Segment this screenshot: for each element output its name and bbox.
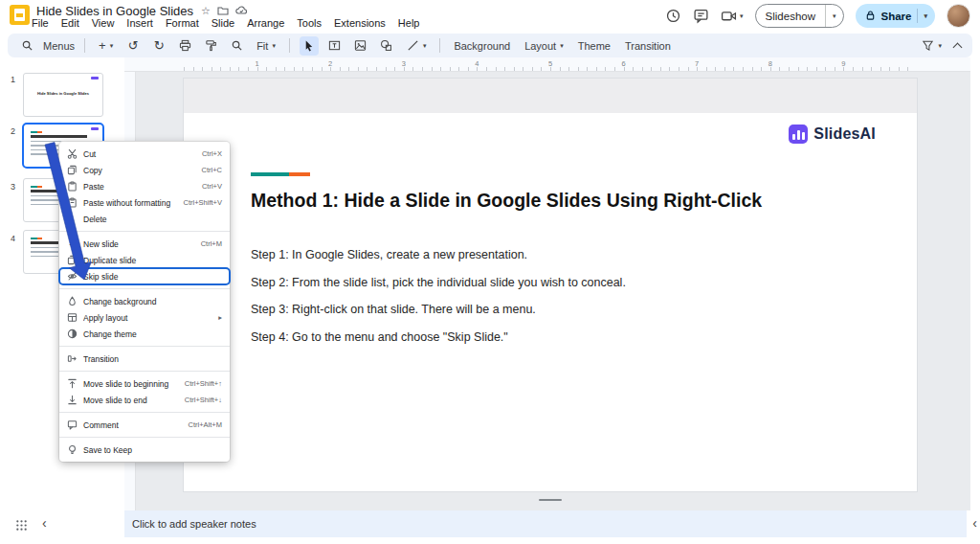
step-3: Step 3: Right-click on that slide. There… (251, 296, 863, 324)
print-icon[interactable] (175, 36, 194, 56)
background-droplet-icon (66, 296, 78, 307)
select-tool-icon[interactable] (300, 36, 319, 56)
slide-number: 2 (0, 126, 15, 136)
share-button[interactable]: Share ▾ (856, 4, 935, 28)
duplicate-icon (66, 255, 78, 266)
menu-item-change-theme[interactable]: Change theme (59, 326, 230, 342)
zoom-select[interactable]: Fit▾ (253, 40, 279, 52)
new-slide-button[interactable]: +▾ (95, 38, 117, 53)
menu-item-change-background[interactable]: Change background (59, 293, 230, 309)
layout-button[interactable]: Layout▾ (521, 40, 568, 52)
collapse-right-icon[interactable]: ‹ (972, 515, 977, 531)
cloud-saved-icon[interactable] (235, 5, 248, 18)
insert-line-icon[interactable]: ▾ (403, 39, 431, 52)
menu-item-cut[interactable]: Cut Ctrl+X (59, 146, 230, 162)
menu-item-delete[interactable]: Delete (59, 211, 230, 227)
menu-item-move-slide-to-beginning[interactable]: Move slide to beginning Ctrl+Shift+↑ (59, 375, 230, 392)
move-to-top-icon (66, 378, 78, 390)
canvas-area: 1 2 3 4 5 6 7 8 9 1 2 3 4 5 SlidesAI Met… (124, 57, 970, 510)
zoom-icon[interactable] (227, 36, 246, 56)
slideshow-button[interactable]: Slideshow ▾ (755, 4, 844, 28)
menu-item-apply-layout[interactable]: Apply layout ▸ (59, 309, 230, 326)
cut-icon (66, 148, 78, 160)
menu-item-comment[interactable]: Comment Ctrl+Alt+M (59, 417, 230, 433)
search-menus-icon[interactable] (17, 36, 36, 56)
slide-steps[interactable]: Step 1: In Google Slides, create a new p… (251, 241, 863, 351)
menu-item-new-slide[interactable]: + New slide Ctrl+M (59, 236, 230, 252)
move-to-bottom-icon (66, 395, 78, 406)
slide-number: 1 (0, 75, 15, 84)
slides-app-icon[interactable] (10, 5, 30, 25)
move-folder-icon[interactable] (217, 5, 229, 18)
slide-editor[interactable]: SlidesAI Method 1: Hide a Slide in Googl… (184, 79, 917, 491)
theme-button[interactable]: Theme (574, 40, 614, 52)
notes-resize-handle[interactable] (539, 499, 562, 501)
undo-icon[interactable]: ↺ (123, 36, 143, 56)
version-history-icon[interactable] (665, 8, 681, 24)
paint-format-icon[interactable] (201, 36, 220, 56)
menu-item-copy[interactable]: Copy Ctrl+C (59, 162, 230, 178)
slide-thumbnail-1[interactable]: Hide Slides in Google Slides (23, 73, 103, 117)
text-box-icon[interactable] (325, 36, 345, 56)
menu-file[interactable]: File (32, 17, 49, 29)
insert-shape-icon[interactable] (377, 36, 396, 56)
menu-format[interactable]: Format (166, 17, 199, 29)
star-icon[interactable]: ☆ (201, 5, 211, 17)
paste-without-formatting-icon (66, 197, 78, 209)
menu-item-paste[interactable]: Paste Ctrl+V (59, 178, 230, 194)
menus-button[interactable]: Menus (43, 40, 75, 52)
plus-icon: + (66, 238, 78, 250)
paste-icon (66, 181, 78, 193)
collapse-filmstrip-icon[interactable]: ‹ (42, 515, 47, 531)
menu-view[interactable]: View (92, 17, 115, 29)
slidesai-logo: SlidesAI (789, 125, 876, 144)
menu-bar: File Edit View Insert Format Slide Arran… (32, 17, 419, 29)
transition-icon (66, 353, 78, 365)
menu-edit[interactable]: Edit (61, 17, 79, 29)
horizontal-ruler: 1 2 3 4 5 6 7 8 9 (124, 57, 970, 72)
menu-insert[interactable]: Insert (126, 17, 153, 29)
accent-divider (251, 172, 310, 176)
slide-number: 4 (0, 234, 15, 243)
speaker-notes-input[interactable]: Click to add speaker notes (124, 510, 967, 537)
comment-history-icon[interactable] (693, 8, 709, 24)
share-dropdown-icon[interactable]: ▾ (924, 12, 927, 20)
menu-item-paste-without-formatting[interactable]: Paste without formatting Ctrl+Shift+V (59, 194, 230, 211)
speaker-notes-placeholder: Click to add speaker notes (132, 518, 256, 530)
caret-down-icon[interactable]: ▾ (740, 12, 744, 20)
background-button[interactable]: Background (450, 40, 514, 52)
menu-item-duplicate-slide[interactable]: Duplicate slide (59, 252, 230, 268)
submenu-arrow-icon: ▸ (218, 313, 222, 322)
redo-icon[interactable]: ↻ (149, 36, 168, 56)
menu-extensions[interactable]: Extensions (334, 17, 386, 29)
slide-number: 3 (0, 182, 15, 192)
step-2: Step 2: From the slide list, pick the in… (251, 269, 863, 297)
slideshow-label: Slideshow (756, 11, 825, 22)
step-4: Step 4: Go to the menu and choose "Skip … (251, 324, 863, 351)
bottom-bar: ‹ Click to add speaker notes ‹ (0, 510, 980, 537)
top-bar: Hide Slides in Google Slides ☆ File Edit… (0, 0, 980, 32)
menu-arrange[interactable]: Arrange (247, 17, 284, 29)
slideshow-dropdown[interactable]: ▾ (825, 5, 843, 27)
collapse-toolbar-icon[interactable] (953, 42, 963, 52)
menu-item-save-to-keep[interactable]: Save to Keep (59, 442, 230, 458)
lock-icon (865, 10, 876, 23)
menu-help[interactable]: Help (398, 17, 420, 29)
toolbar: Menus +▾ ↺ ↻ Fit▾ ▾ Background Layout▾ T… (8, 34, 972, 57)
menu-item-move-slide-to-end[interactable]: Move slide to end Ctrl+Shift+↓ (59, 392, 230, 408)
slide-heading[interactable]: Method 1: Hide a Slide in Google Slides … (251, 190, 882, 212)
document-title[interactable]: Hide Slides in Google Slides (36, 4, 193, 18)
menu-item-skip-slide[interactable]: Skip slide (59, 268, 230, 284)
menu-item-transition[interactable]: Transition (59, 351, 230, 367)
slidesai-logo-icon (789, 125, 808, 144)
menu-tools[interactable]: Tools (297, 17, 322, 29)
step-1: Step 1: In Google Slides, create a new p… (251, 241, 863, 269)
transition-button[interactable]: Transition (621, 40, 675, 52)
meet-camera-icon[interactable]: ▾ (721, 9, 744, 23)
user-avatar[interactable] (947, 4, 970, 28)
google-slides-app: Hide Slides in Google Slides ☆ File Edit… (0, 0, 980, 544)
insert-image-icon[interactable] (351, 36, 370, 56)
filter-views-icon[interactable]: ▾ (918, 39, 946, 52)
grid-view-icon[interactable] (15, 518, 28, 535)
menu-slide[interactable]: Slide (212, 17, 234, 29)
